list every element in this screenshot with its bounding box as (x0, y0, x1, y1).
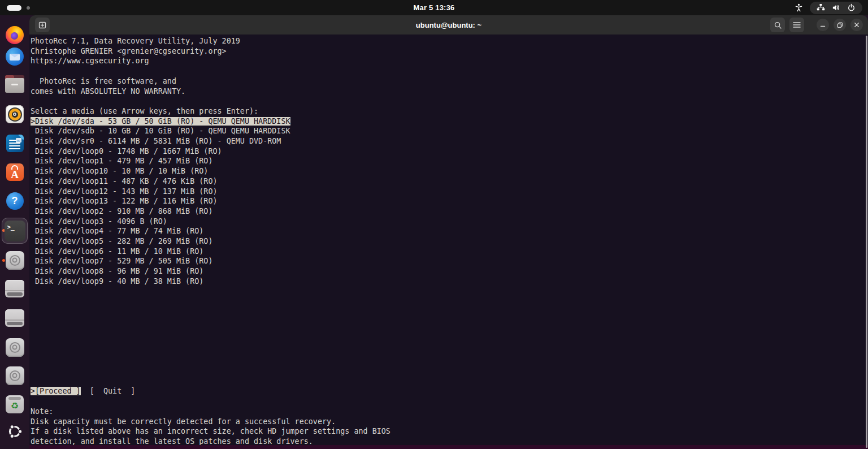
terminal-line: Select a media (use Arrow keys, then pre… (31, 106, 868, 116)
accessibility-icon[interactable] (795, 3, 803, 12)
terminal-line: Disk /dev/loop11 - 487 KB / 476 KiB (RO) (31, 176, 868, 187)
terminal-line: Disk /dev/loop5 - 282 MB / 269 MiB (RO) (31, 236, 868, 247)
dock-item-optical-disc-3[interactable] (5, 365, 25, 386)
close-button[interactable] (850, 19, 863, 31)
terminal-line (31, 326, 868, 336)
menu-button[interactable] (789, 18, 804, 32)
terminal-line: Disk /dev/sr0 - 6114 MB / 5831 MiB (RO) … (31, 136, 868, 146)
workspace-indicator[interactable] (0, 0, 30, 15)
terminal-line: Disk /dev/loop7 - 529 MB / 505 MiB (RO) (31, 256, 868, 266)
terminal-bottom-strip (29, 445, 868, 449)
workspace-active-pill (7, 5, 21, 11)
terminal-line: Disk /dev/loop9 - 40 MB / 38 MiB (RO) (31, 277, 868, 287)
terminal-line: Disk /dev/loop13 - 122 MB / 116 MiB (RO) (31, 196, 868, 206)
optical-disc-icon (6, 251, 24, 270)
terminal-line: If a disk listed above has an incorrect … (31, 426, 868, 437)
restore-button[interactable] (834, 19, 846, 31)
rhythmbox-icon (6, 105, 24, 123)
terminal-line (31, 356, 868, 366)
dock-item-thunderbird[interactable] (5, 46, 25, 67)
terminal-window: ubuntu@ubuntu: ~ PhotoRec 7.1, Data Reco… (29, 15, 868, 449)
window-title: ubuntu@ubuntu: ~ (29, 21, 868, 29)
titlebar[interactable]: ubuntu@ubuntu: ~ (29, 15, 868, 34)
thunderbird-icon (6, 48, 24, 66)
hard-drive-icon (5, 280, 24, 297)
terminal-line (31, 396, 868, 407)
terminal-line (31, 336, 868, 347)
terminal-active-frame: >_ (2, 218, 28, 244)
terminal-line: Disk /dev/loop0 - 1748 MB / 1667 MiB (RO… (31, 146, 868, 157)
minimize-button[interactable] (817, 19, 829, 31)
dock-item-rhythmbox[interactable] (5, 104, 25, 124)
terminal-line: Disk /dev/loop6 - 11 MB / 10 MiB (RO) (31, 247, 868, 257)
terminal-line: Disk capacity must be correctly detected… (31, 417, 868, 427)
dock-item-help[interactable]: ? (5, 191, 25, 211)
new-tab-button[interactable] (35, 18, 50, 32)
ubuntu-logo-icon (6, 422, 24, 441)
dock-item-libreoffice[interactable] (5, 133, 25, 153)
top-bar: Mar 5 13:36 (0, 0, 868, 15)
terminal-line: Disk /dev/loop3 - 4096 B (RO) (31, 217, 868, 227)
terminal-line (31, 96, 868, 106)
terminal-line (31, 366, 868, 377)
dock-item-files[interactable] (5, 75, 25, 95)
terminal-line: Note: (31, 407, 868, 417)
terminal-line: Disk /dev/loop4 - 77 MB / 74 MiB (RO) (31, 226, 868, 236)
terminal-line: >Disk /dev/sda - 53 GB / 50 GiB (RO) - Q… (31, 116, 868, 127)
help-icon: ? (6, 192, 24, 210)
power-icon (847, 3, 856, 12)
terminal-line (31, 377, 868, 387)
volume-icon (832, 3, 840, 12)
terminal-line (31, 287, 868, 297)
system-tray (795, 0, 868, 15)
terminal-line (31, 347, 868, 357)
dock: A ? >_ ♻ (0, 15, 29, 449)
terminal-scrollbar[interactable] (866, 36, 868, 448)
network-wired-icon (817, 3, 825, 12)
terminal-output[interactable]: PhotoRec 7.1, Data Recovery Utility, Jul… (29, 34, 868, 445)
optical-disc-icon (6, 366, 24, 385)
terminal-line: PhotoRec 7.1, Data Recovery Utility, Jul… (31, 36, 868, 46)
terminal-line: Disk /dev/loop8 - 96 MB / 91 MiB (RO) (31, 266, 868, 277)
dock-item-drive-2[interactable] (5, 308, 25, 328)
files-icon (5, 77, 24, 93)
dock-item-app-center[interactable]: A (5, 162, 25, 182)
terminal-line: Disk /dev/loop10 - 10 MB / 10 MiB (RO) (31, 166, 868, 176)
terminal-icon: >_ (5, 221, 25, 241)
libreoffice-icon (6, 135, 24, 152)
terminal-line (31, 66, 868, 76)
terminal-line: Disk /dev/loop1 - 479 MB / 457 MiB (RO) (31, 156, 868, 166)
dock-item-drive-1[interactable] (5, 278, 25, 299)
workspace-inactive-dot (27, 6, 30, 10)
trash-icon: ♻ (6, 395, 24, 413)
dock-item-optical-disc-2[interactable] (5, 337, 25, 357)
terminal-line: Disk /dev/sdb - 10 GB / 10 GiB (RO) - QE… (31, 126, 868, 136)
terminal-line: Christophe GRENIER <grenier@cgsecurity.o… (31, 46, 868, 57)
hard-drive-icon (5, 309, 24, 327)
optical-disc-icon (6, 338, 24, 357)
terminal-line: PhotoRec is free software, and (31, 76, 868, 87)
terminal-line: Disk /dev/loop2 - 910 MB / 868 MiB (RO) (31, 206, 868, 217)
dock-item-ubuntu-logo[interactable] (5, 421, 25, 442)
dock-item-terminal[interactable]: >_ (2, 218, 28, 244)
app-center-icon: A (6, 163, 24, 181)
clock[interactable]: Mar 5 13:36 (0, 3, 868, 12)
dock-item-trash[interactable]: ♻ (5, 394, 25, 415)
firefox-icon (6, 26, 24, 44)
terminal-line (31, 306, 868, 317)
terminal-line: comes with ABSOLUTELY NO WARRANTY. (31, 87, 868, 97)
terminal-line (31, 317, 868, 327)
terminal-line: https://www.cgsecurity.org (31, 56, 868, 66)
terminal-line: Disk /dev/loop12 - 143 MB / 137 MiB (RO) (31, 187, 868, 197)
status-menu[interactable] (810, 2, 862, 14)
terminal-line: >[Proceed ] [ Quit ] (31, 386, 868, 396)
dock-item-firefox[interactable] (5, 25, 25, 45)
search-button[interactable] (770, 18, 785, 32)
dock-item-optical-disc-1[interactable] (5, 250, 25, 270)
terminal-line (31, 296, 868, 306)
